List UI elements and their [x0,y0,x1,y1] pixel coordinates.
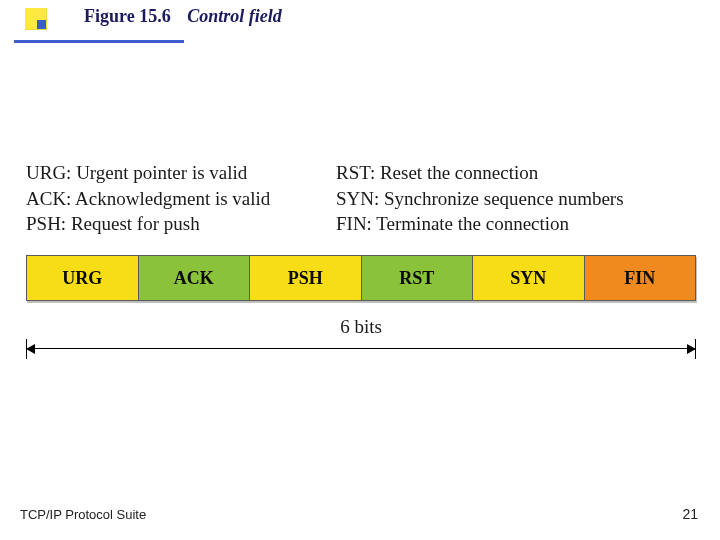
page-number: 21 [682,506,698,522]
control-field-strip: URGACKPSHRSTSYNFIN [26,255,696,301]
footer-source: TCP/IP Protocol Suite [20,507,146,522]
header-bullet-icon [25,8,47,30]
def-rst: RST: Reset the connection [336,160,696,186]
figure-number: Figure 15.6 [84,6,171,26]
dim-hline [26,348,696,349]
flag-cell-psh: PSH [250,256,362,300]
dimension-annotation: 6 bits [26,316,696,356]
slide-header: Figure 15.6 Control field [0,0,720,60]
def-psh: PSH: Request for push [26,211,336,237]
definitions-left-column: URG: Urgent pointer is valid ACK: Acknow… [26,160,336,237]
header-underline [14,40,184,43]
figure-caption: Control field [187,6,282,26]
dim-tick-right [695,339,696,359]
def-urg: URG: Urgent pointer is valid [26,160,336,186]
definitions-right-column: RST: Reset the connection SYN: Synchroni… [336,160,696,237]
arrow-left-icon [26,344,35,354]
dimension-line [26,342,696,356]
flag-cell-urg: URG [27,256,139,300]
flag-cell-ack: ACK [139,256,251,300]
def-fin: FIN: Terminate the connection [336,211,696,237]
flag-cell-fin: FIN [585,256,696,300]
dimension-label: 6 bits [26,316,696,338]
flag-definitions: URG: Urgent pointer is valid ACK: Acknow… [26,160,696,237]
flag-cell-rst: RST [362,256,474,300]
figure-title: Figure 15.6 Control field [84,6,282,27]
def-syn: SYN: Synchronize sequence numbers [336,186,696,212]
flag-cell-syn: SYN [473,256,585,300]
def-ack: ACK: Acknowledgment is valid [26,186,336,212]
